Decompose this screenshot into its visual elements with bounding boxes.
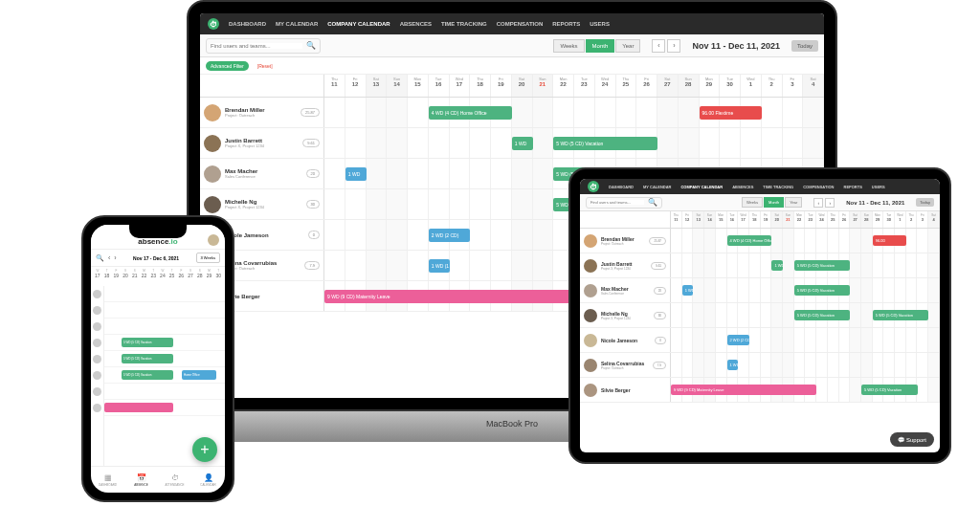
view-tab-year[interactable]: Year <box>785 197 802 208</box>
prev-icon[interactable]: ‹ <box>108 254 110 261</box>
absence-bar[interactable]: 5 WD (5 CD) Vacation <box>873 310 929 320</box>
absence-bar[interactable]: 4 WD (4 CD) Home Office <box>429 106 512 120</box>
absence-bar[interactable]: 5 WD (5 CD) Vacation <box>122 338 173 347</box>
profile-avatar[interactable] <box>208 234 219 246</box>
absence-bar[interactable]: 2 WD (2 CD) <box>727 335 749 345</box>
view-tab-year[interactable]: Year <box>615 39 640 53</box>
day-header: Thu18 <box>470 75 491 97</box>
day-header: Tue30 <box>720 75 741 97</box>
view-tab-weeks[interactable]: Weeks <box>742 197 763 208</box>
absence-bar[interactable]: 1 WD <box>771 260 783 271</box>
user-cell[interactable]: Silvie Berger <box>580 378 671 402</box>
user-row: Brendan MillerProject: Outreach25.874 WD… <box>200 98 824 128</box>
filter-reset[interactable]: [Reset] <box>253 61 278 71</box>
user-cell[interactable]: Justin BarrettProject X, Project 12349.6… <box>200 128 324 158</box>
filter-chip[interactable]: Advanced Filter <box>206 61 249 71</box>
avatar[interactable] <box>93 306 101 315</box>
avatar[interactable] <box>93 371 101 380</box>
avatar[interactable] <box>93 290 101 298</box>
add-fab[interactable]: + <box>192 437 217 462</box>
absence-bar[interactable]: 2 WD (2 CD) <box>429 229 471 242</box>
user-cell[interactable]: Brendan MillerProject: Outreach25.87 <box>580 229 671 253</box>
view-tab-weeks[interactable]: Weeks <box>553 39 584 53</box>
user-badge: 30 <box>306 200 320 209</box>
absence-bar[interactable]: 5 WD (5 CD) Vacation <box>794 260 851 271</box>
user-cell[interactable]: Selina CovarrubiasProject: Outreach7.9 <box>580 353 671 377</box>
user-cell[interactable]: Brendan MillerProject: Outreach25.87 <box>200 98 324 127</box>
day-header: S20 <box>121 267 130 286</box>
tab-absence[interactable]: 📅ABSENCE <box>124 467 158 493</box>
brand-logo-icon[interactable]: ⏱ <box>588 181 599 192</box>
nav-time-tracking[interactable]: TIME TRACKING <box>441 21 487 27</box>
search-input[interactable] <box>211 43 302 49</box>
today-button[interactable]: Today <box>916 198 934 207</box>
avatar <box>204 104 221 121</box>
nav-my-calendar[interactable]: MY CALENDAR <box>643 185 671 189</box>
absence-bar[interactable]: 1 WD <box>345 167 367 181</box>
avatar[interactable] <box>93 404 101 412</box>
view-selector[interactable]: 3 Weeks <box>196 253 221 263</box>
nav-compensation[interactable]: COMPENSATION <box>497 21 544 27</box>
brand-logo-icon[interactable]: ⏱ <box>208 18 219 30</box>
nav-dashboard[interactable]: DASHBOARD <box>609 185 634 189</box>
user-cell[interactable]: Max MacherSales Conference20 <box>200 159 324 188</box>
nav-reports[interactable]: REPORTS <box>552 21 580 27</box>
day-header: Sat4 <box>803 75 824 97</box>
tab-dashboard[interactable]: ▦DASHBOARD <box>91 467 124 493</box>
user-cell[interactable]: Michelle NgProject X, Project 123430 <box>200 189 324 219</box>
avatar[interactable] <box>93 387 101 396</box>
nav-company-calendar[interactable]: COMPANY CALENDAR <box>680 185 723 189</box>
search-box[interactable]: 🔍 <box>586 197 662 209</box>
nav-dashboard[interactable]: DASHBOARD <box>229 21 266 27</box>
prev-button[interactable]: ‹ <box>652 39 665 53</box>
absence-bar[interactable]: 5 WD (5 CD) Vacation <box>794 285 851 296</box>
user-cell[interactable]: Michelle NgProject X, Project 123430 <box>580 303 671 327</box>
nav-absences[interactable]: ABSENCES <box>732 185 753 189</box>
next-icon[interactable]: › <box>114 254 116 261</box>
tab-attendance[interactable]: ⏱ATTENDANCE <box>158 467 191 493</box>
avatar[interactable] <box>93 322 101 331</box>
absence-bar[interactable]: 5 WD (5 CD) Vacation <box>861 385 918 395</box>
absence-bar[interactable]: 5 WD (5 CD) Vacation <box>794 310 851 320</box>
absence-bar[interactable]: 1 WD (1 CD) <box>727 360 739 370</box>
absence-bar[interactable]: 5 WD (5 CD) Vacation <box>122 354 173 363</box>
absence-bar[interactable]: 1 WD <box>682 285 694 296</box>
view-tab-month[interactable]: Month <box>586 39 615 53</box>
nav-my-calendar[interactable]: MY CALENDAR <box>276 21 318 27</box>
user-cell[interactable]: Nicole Jameson0 <box>580 328 671 352</box>
nav-absences[interactable]: ABSENCES <box>400 21 432 27</box>
support-button[interactable]: 💬 Support <box>890 432 934 447</box>
nav-compensation[interactable]: COMPENSATION <box>803 185 834 189</box>
next-button[interactable]: › <box>667 39 680 53</box>
absence-bar[interactable]: 4 WD (4 CD) Home Office <box>727 235 772 246</box>
nav-users[interactable]: USERS <box>872 185 885 189</box>
user-cell[interactable]: Justin BarrettProject X, Project 12349.6… <box>580 253 671 277</box>
calendar-header: Thu11Fri12Sat13Sun14Mon15Tue16Wed17Thu18… <box>580 211 940 229</box>
absence-bar[interactable]: Home Office <box>182 370 216 380</box>
absence-bar[interactable]: 96.00 Flextime <box>700 106 762 120</box>
absence-bar[interactable] <box>104 403 173 412</box>
absence-bar[interactable]: 5 WD (5 CD) Vacation <box>553 137 657 150</box>
avatar[interactable] <box>93 339 101 347</box>
absence-bar[interactable]: 1 WD (1 CD) <box>429 259 450 273</box>
nav-time-tracking[interactable]: TIME TRACKING <box>763 185 793 189</box>
absence-bar[interactable]: 96.00 <box>873 235 906 246</box>
view-tab-month[interactable]: Month <box>764 197 784 208</box>
nav-company-calendar[interactable]: COMPANY CALENDAR <box>327 21 390 27</box>
avatar[interactable] <box>93 355 101 363</box>
tab-calendar[interactable]: 👤CALENDAR <box>191 467 225 493</box>
search-icon[interactable]: 🔍 <box>96 254 104 262</box>
user-cell[interactable]: Max MacherSales Conference20 <box>580 278 671 302</box>
absence-bar[interactable]: 9 WD (9 CD) Maternity Leave <box>671 385 816 395</box>
search-input[interactable] <box>590 200 644 205</box>
next-button[interactable]: › <box>825 198 835 208</box>
search-box[interactable]: 🔍 <box>206 38 321 54</box>
nav-users[interactable]: USERS <box>590 21 610 27</box>
date-nav: ‹ › <box>652 39 680 53</box>
nav-reports[interactable]: REPORTS <box>844 185 862 189</box>
prev-button[interactable]: ‹ <box>813 198 823 208</box>
phone-tabbar: ▦DASHBOARD📅ABSENCE⏱ATTENDANCE👤CALENDAR <box>91 466 225 493</box>
absence-bar[interactable]: 5 WD (5 CD) Vacation <box>122 370 173 380</box>
absence-bar[interactable]: 1 WD <box>512 137 533 150</box>
today-button[interactable]: Today <box>791 40 818 52</box>
